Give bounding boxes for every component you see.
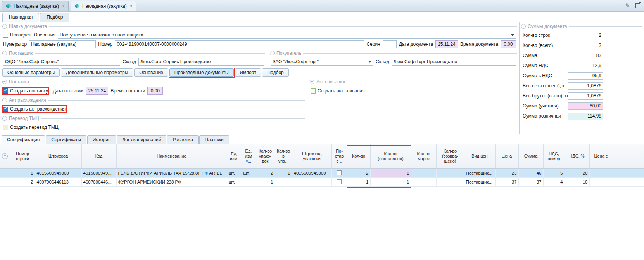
collapse-icon[interactable]: − [270,51,275,55]
supplier-field[interactable]: ОДО "ЛюксСофтСервис" [3,58,120,66]
table-row[interactable]: 1 4015600949860 4015600949... ГЕЛЬ Д/СТИ… [0,168,644,177]
buyer-warehouse-field[interactable]: ЛюксСофтТорг Производство [392,58,516,66]
tab-platezhi[interactable]: Платежи [199,135,229,144]
cell-barcode[interactable]: 4015600949860 [35,168,81,177]
cell-sum[interactable]: 37 [518,177,543,186]
create-writeoff-option[interactable]: Создать акт списания [311,88,365,94]
column-header-vat-number[interactable]: НДС, номер [543,144,565,168]
tab-log-skanirovaniy[interactable]: Лог сканирований [117,135,166,144]
column-header-row-number[interactable]: Номер строки [10,144,35,168]
window-tab-invoices-list[interactable]: Накладные (закупка) × [2,1,69,11]
collapse-rows-icon[interactable]: ^ [2,153,8,159]
cell-code[interactable]: 4607006446... [81,177,116,186]
create-discrepancy-option[interactable]: Создать акт расхождения [3,106,66,112]
cell-unit-pack[interactable]: шт. [242,168,256,177]
cell-code[interactable]: 4015600949... [81,168,116,177]
cell-price-with[interactable] [589,177,613,186]
create-writeoff-checkbox[interactable] [311,88,316,94]
tab-dopolnitelnye-parametry[interactable]: Дополнительные параметры [61,68,133,77]
cell-qty-in-pack[interactable] [275,177,292,186]
cell-qty-marks[interactable] [411,177,436,186]
create-transfer-checkbox[interactable] [3,125,8,130]
buyer-select[interactable]: ЗАО "ЛюксСофтТорг" [271,58,373,66]
collapse-icon[interactable]: − [521,24,526,29]
column-header-qty-in-pack[interactable]: Кол-во в упа... [275,144,292,168]
close-icon[interactable]: × [62,3,65,9]
row-supplier-checkbox[interactable] [337,170,342,175]
tab-nakladnaya[interactable]: Накладная [2,13,39,22]
cell-qty-packs[interactable]: 1 [256,177,275,186]
column-header-qty-packs[interactable]: Кол-во упако- вок [256,144,275,168]
column-header-name[interactable]: Наименование [116,144,227,168]
cell-qty-returned[interactable] [436,177,464,186]
cell-qty-marks[interactable] [411,168,436,177]
collapse-icon[interactable]: − [2,51,7,55]
cell-name[interactable]: ГЕЛЬ Д/СТИРКИ АРИЭЛЬ ТАЧ 15*28.8Г РФ ARI… [116,168,227,177]
collapse-icon[interactable]: − [2,24,7,29]
proveden-checkbox[interactable] [3,33,8,38]
column-header-sum[interactable]: Сумма [518,144,543,168]
cell-row-number[interactable]: 1 [10,168,35,177]
cell-price-with[interactable] [589,168,613,177]
doc-date-field[interactable]: 25.11.24 [435,40,458,48]
column-header-vat-percent[interactable]: НДС, % [565,144,589,168]
cell-qty[interactable]: 2 [347,168,370,177]
column-header-unit-pack[interactable]: Ед. изм у... [242,144,256,168]
doc-time-field[interactable]: 0:00 [501,40,516,48]
expand-all-header[interactable]: ^ [0,144,10,168]
column-header-qty[interactable]: Кол-во [347,144,370,168]
tab-rascenka[interactable]: Расценка [167,135,199,144]
cell-price[interactable]: 37 [495,177,518,186]
tab-podbor-param[interactable]: Подбор [262,68,288,77]
tab-istoriya[interactable]: История [87,135,116,144]
row-expand-cell[interactable] [0,168,10,177]
cell-qty[interactable]: 1 [347,177,370,186]
numerator-field[interactable]: Накладные (закупка) [29,40,96,48]
cell-unit-pack[interactable] [242,177,256,186]
column-header-barcode[interactable]: Штрихкод [35,144,81,168]
tab-osnovnye-parametry[interactable]: Основные параметры [2,68,60,77]
create-transfer-option[interactable]: Создать перевод ТМЦ [3,125,59,130]
cell-sum[interactable]: 46 [518,168,543,177]
operation-select[interactable]: Поступление в магазин от поставщика [58,31,516,39]
supplier-warehouse-field[interactable]: ЛюксСофтСервис Производство [138,58,264,66]
tab-osnovanie[interactable]: Основание [134,68,168,77]
window-tab-invoice[interactable]: Накладная (закупка) × [71,1,136,11]
row-expand-cell[interactable] [0,177,10,186]
collapse-icon[interactable]: − [2,80,7,84]
tab-import[interactable]: Импорт [235,68,261,77]
column-header-code[interactable]: Код [81,144,116,168]
tab-specifikaciya[interactable]: Спецификация [2,135,45,144]
cell-row-number[interactable]: 2 [10,177,35,186]
series-field[interactable] [383,40,397,48]
column-header-price-type[interactable]: Вид цен [464,144,495,168]
cell-vat-number[interactable]: 5 [543,168,565,177]
cell-price[interactable]: 23 [495,168,518,177]
tab-sertifikaty[interactable]: Сертификаты [46,135,86,144]
collapse-icon[interactable]: − [2,98,7,102]
cell-price-type[interactable]: Поставщик... [464,168,495,177]
cell-barcode[interactable]: 4607006446113 [35,177,81,186]
create-delivery-option[interactable]: Создать поставку [3,88,48,94]
delivery-time-field[interactable]: 0:00 [147,87,163,95]
cell-qty-delivered[interactable]: 1 [370,177,411,186]
collapse-icon[interactable]: − [310,80,314,84]
create-discrepancy-checkbox[interactable] [3,107,8,112]
number-field[interactable]: 002-4819000140007-0000000249 [115,40,364,48]
column-header-unit[interactable]: Ед. изм. [227,144,242,168]
cell-qty-delivered[interactable]: 1 [370,168,411,177]
column-header-price[interactable]: Цена [495,144,518,168]
cell-pack-barcode[interactable] [292,177,331,186]
cell-supplier-flag[interactable] [331,177,347,186]
cell-unit[interactable]: шт. [227,168,242,177]
cell-unit[interactable]: шт. [227,177,242,186]
close-icon[interactable]: × [130,3,133,9]
cell-supplier-flag[interactable] [331,168,347,177]
column-header-qty-delivered[interactable]: Кол-во (поставлено) [370,144,411,168]
create-delivery-checkbox[interactable] [3,88,8,94]
tab-podbor[interactable]: Подбор [40,13,69,22]
tab-proizvodnye-dokumenty[interactable]: Производные документы [169,68,234,77]
cell-vat-percent[interactable]: 20 [565,168,589,177]
maximize-icon[interactable] [635,3,640,8]
cell-qty-in-pack[interactable]: 1 [275,168,292,177]
